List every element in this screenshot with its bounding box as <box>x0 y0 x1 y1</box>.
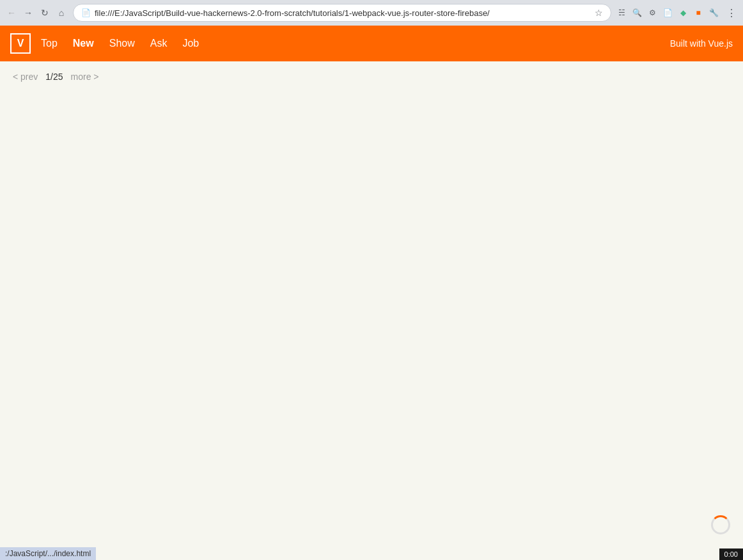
bookmark-icon[interactable]: ☆ <box>595 8 603 18</box>
browser-chrome: ← → ↻ ⌂ 📄 ☆ ☵ 🔍 ⚙ 📄 ◆ ■ 🔧 ⋮ <box>0 0 743 26</box>
browser-nav-buttons: ← → ↻ ⌂ <box>4 5 69 20</box>
forward-button[interactable]: → <box>20 5 36 20</box>
ext-icon-vuejs[interactable]: ◆ <box>677 6 689 19</box>
pagination-bar: < prev 1/25 more > <box>0 61 743 92</box>
ext-icon-5[interactable]: ■ <box>692 6 705 19</box>
address-bar-lock-icon: 📄 <box>81 8 91 17</box>
nav-link-ask[interactable]: Ask <box>150 38 168 49</box>
refresh-button[interactable]: ↻ <box>37 5 52 20</box>
nav-link-job[interactable]: Job <box>182 38 199 49</box>
browser-time: 0:00 <box>719 548 743 560</box>
nav-right-text: Built with Vue.js <box>670 38 733 49</box>
app-navbar: V Top New Show Ask Job Built with Vue.js <box>0 26 743 61</box>
prev-page-link[interactable]: < prev <box>13 72 38 82</box>
nav-link-show[interactable]: Show <box>109 38 135 49</box>
ext-icon-devtools[interactable]: 🔧 <box>707 6 720 19</box>
ext-icon-3[interactable]: ⚙ <box>646 6 659 19</box>
browser-extensions: ☵ 🔍 ⚙ 📄 ◆ ■ 🔧 <box>615 6 720 19</box>
nav-links: Top New Show Ask Job <box>41 38 670 49</box>
app-logo: V <box>10 33 31 54</box>
ext-icon-1[interactable]: ☵ <box>615 6 628 19</box>
address-bar-input[interactable] <box>95 8 591 18</box>
main-content: < prev 1/25 more > <box>0 61 743 509</box>
back-button[interactable]: ← <box>4 5 19 20</box>
page-info: 1/25 <box>45 72 63 82</box>
status-bar: :/JavaScript/.../index.html <box>0 547 96 560</box>
nav-link-new[interactable]: New <box>73 38 94 49</box>
browser-menu-button[interactable]: ⋮ <box>724 5 739 20</box>
home-button[interactable]: ⌂ <box>54 5 69 20</box>
address-bar[interactable]: 📄 ☆ <box>73 4 611 22</box>
ext-icon-2[interactable]: 🔍 <box>630 6 643 19</box>
ext-icon-pdf[interactable]: 📄 <box>661 6 674 19</box>
nav-link-top[interactable]: Top <box>41 38 58 49</box>
next-page-link[interactable]: more > <box>71 72 99 82</box>
loading-spinner <box>711 515 730 534</box>
browser-toolbar: ← → ↻ ⌂ 📄 ☆ ☵ 🔍 ⚙ 📄 ◆ ■ 🔧 ⋮ <box>0 0 743 26</box>
